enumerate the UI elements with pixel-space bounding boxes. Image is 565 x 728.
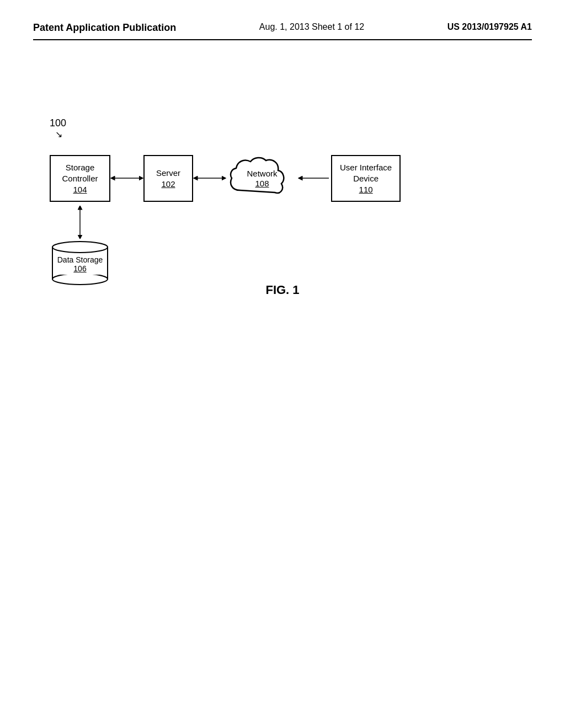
storage-controller-number: 104 bbox=[73, 185, 87, 194]
diagram-area: 100 ↘ StorageController 104 bbox=[33, 151, 532, 206]
network-cloud: Network 108 bbox=[226, 151, 298, 206]
header-center-label: Aug. 1, 2013 Sheet 1 of 12 bbox=[259, 22, 364, 32]
arrow-server-network bbox=[193, 156, 226, 200]
vertical-section: Data Storage 106 bbox=[50, 206, 110, 286]
flow-container: StorageController 104 bbox=[50, 151, 532, 206]
page-header: Patent Application Publication Aug. 1, 2… bbox=[33, 22, 532, 40]
header-left-label: Patent Application Publication bbox=[33, 22, 176, 34]
server-label: Server bbox=[156, 168, 180, 179]
server-box: Server 102 bbox=[143, 155, 193, 202]
storage-controller-box: StorageController 104 bbox=[50, 155, 110, 202]
svg-point-5 bbox=[52, 242, 108, 253]
uid-label: User InterfaceDevice bbox=[340, 162, 392, 184]
uid-number: 110 bbox=[359, 185, 373, 194]
fig-100-arrow-icon: ↘ bbox=[55, 129, 66, 140]
data-storage-cylinder: Data Storage 106 bbox=[50, 239, 110, 286]
storage-controller-label: StorageController bbox=[62, 162, 98, 184]
arrow-sc-server bbox=[110, 156, 143, 200]
vertical-arrow-icon bbox=[73, 206, 87, 239]
arrow-network-uid bbox=[298, 156, 331, 200]
header-right-label: US 2013/0197925 A1 bbox=[447, 22, 532, 32]
data-storage-number: 106 bbox=[73, 264, 86, 273]
server-number: 102 bbox=[161, 179, 175, 189]
data-storage-label: Data Storage bbox=[57, 255, 103, 264]
fig-100-label: 100 ↘ bbox=[50, 117, 66, 140]
network-label: Network bbox=[247, 168, 277, 179]
page: Patent Application Publication Aug. 1, 2… bbox=[0, 0, 565, 728]
user-interface-device-box: User InterfaceDevice 110 bbox=[331, 155, 401, 202]
network-number: 108 bbox=[255, 179, 269, 188]
svg-point-6 bbox=[52, 274, 108, 285]
